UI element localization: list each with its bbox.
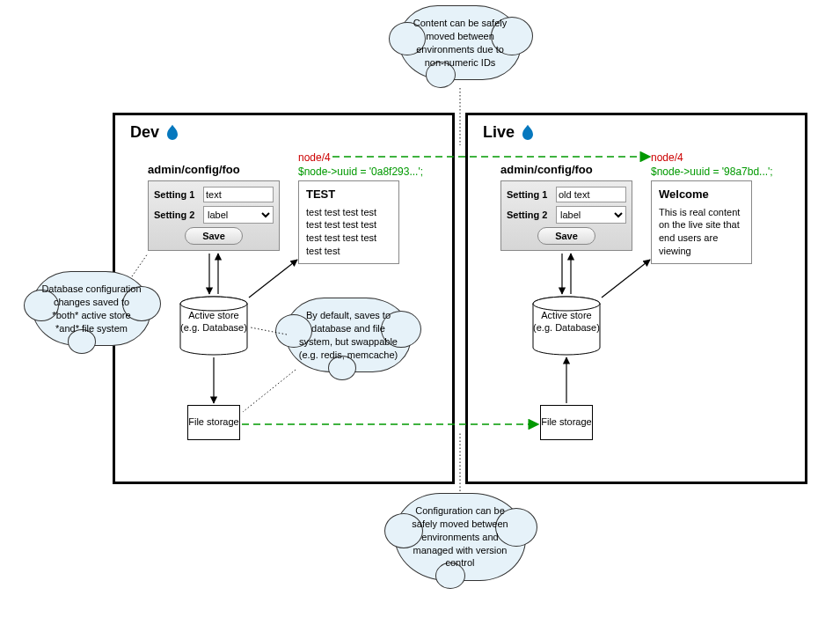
live-title-text: Live [483,123,515,142]
dev-uuid: $node->uuid = '0a8f293...'; [298,165,423,178]
live-setting1-label: Setting 1 [507,189,552,200]
dev-setting2-select[interactable]: label [203,206,274,224]
live-active-store-label: Active store (e.g. Database) [531,296,602,335]
drupal-icon [520,124,536,142]
cloud-bottom-text: Configuration can be safely moved betwee… [404,504,516,570]
live-content-body: This is real content on the live site th… [659,206,744,258]
dev-config-form: Setting 1 Setting 2 label Save [148,180,280,251]
dev-setting2-label: Setting 2 [154,210,200,220]
cloud-top: Content can be safely moved between envi… [398,5,522,80]
cloud-bottom: Configuration can be safely moved betwee… [394,493,526,581]
cloud-left: Database configuration changes saved to … [32,271,151,346]
live-setting1-input[interactable] [556,187,626,202]
live-content-title: Welcome [659,187,744,202]
dev-file-storage: File storage [187,405,240,440]
live-file-storage: File storage [540,405,593,440]
dev-save-button[interactable]: Save [185,227,243,245]
dev-setting1-label: Setting 1 [154,189,200,200]
cloud-left-text: Database configuration changes saved to … [41,283,142,335]
dev-content-box: TEST test test test test test test test … [298,180,399,264]
dev-content-body: test test test test test test test test … [306,206,391,258]
dev-content-title: TEST [306,187,391,202]
dev-active-store: Active store (e.g. Database) [179,296,249,356]
dev-config-path: admin/config/foo [148,163,240,176]
live-save-button[interactable]: Save [537,227,595,245]
live-node-path: node/4 [651,151,683,164]
live-setting2-label: Setting 2 [507,210,552,220]
live-config-path: admin/config/foo [500,163,593,176]
live-setting2-select[interactable]: label [556,206,626,224]
dev-setting1-input[interactable] [203,187,274,202]
live-uuid: $node->uuid = '98a7bd...'; [651,165,773,178]
live-active-store: Active store (e.g. Database) [531,296,602,356]
cloud-middle: By default, saves to database and file s… [285,298,412,372]
drupal-icon [164,124,180,142]
dev-title-text: Dev [130,123,159,142]
dev-title: Dev [130,123,180,142]
cloud-top-text: Content can be safely moved between envi… [408,17,512,69]
dev-node-path: node/4 [298,151,331,164]
cloud-middle-text: By default, saves to database and file s… [295,309,402,361]
live-content-box: Welcome This is real content on the live… [651,180,752,264]
live-title: Live [483,123,536,142]
dev-active-store-label: Active store (e.g. Database) [179,296,249,335]
live-config-form: Setting 1 Setting 2 label Save [500,180,632,251]
